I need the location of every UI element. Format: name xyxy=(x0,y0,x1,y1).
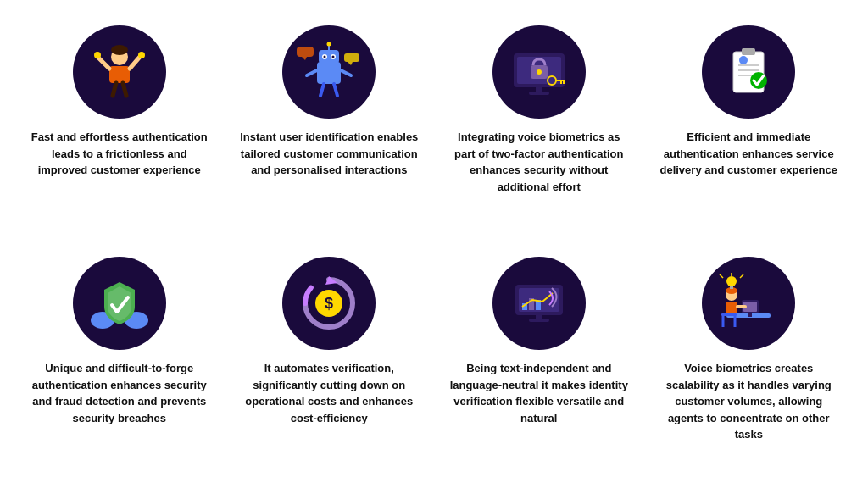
svg-point-1 xyxy=(111,45,128,55)
card-2-text: Instant user identification enables tail… xyxy=(239,129,420,179)
svg-line-22 xyxy=(341,70,351,75)
svg-rect-9 xyxy=(317,62,341,84)
svg-point-41 xyxy=(739,56,748,64)
svg-line-5 xyxy=(113,83,116,96)
svg-point-7 xyxy=(94,52,101,58)
card-5-text: Unique and difficult-to-forge authentica… xyxy=(29,360,210,426)
card-scalability: Voice biometrics creates scalability as … xyxy=(648,248,850,471)
svg-marker-18 xyxy=(302,57,307,60)
svg-rect-19 xyxy=(344,53,359,62)
card-8-text: Voice biometrics creates scalability as … xyxy=(659,360,840,443)
svg-rect-67 xyxy=(730,286,733,289)
card-4-text: Efficient and immediate authentication e… xyxy=(659,129,840,179)
svg-line-23 xyxy=(320,84,324,96)
svg-marker-20 xyxy=(348,62,353,65)
svg-point-28 xyxy=(537,69,542,75)
icon-circle-4 xyxy=(702,25,795,119)
card-3-text: Integrating voice biometrics as part of … xyxy=(448,129,630,195)
svg-point-66 xyxy=(726,276,737,286)
svg-line-6 xyxy=(123,83,126,96)
svg-rect-17 xyxy=(297,47,314,57)
card-voice-biometrics: Integrating voice biometrics as part of … xyxy=(438,17,640,240)
svg-line-70 xyxy=(740,274,743,278)
main-grid: Fast and effortless authentication leads… xyxy=(10,8,858,480)
icon-circle-3 xyxy=(492,25,586,119)
card-text-independent: Being text-independent and language-neut… xyxy=(438,248,640,471)
icon-circle-2 xyxy=(282,25,376,119)
icon-circle-8 xyxy=(702,257,795,350)
svg-line-68 xyxy=(720,274,723,278)
card-6-text: It automates verification, significantly… xyxy=(239,360,420,426)
svg-rect-34 xyxy=(529,92,549,95)
svg-rect-37 xyxy=(742,48,755,55)
svg-point-13 xyxy=(324,56,326,58)
svg-point-14 xyxy=(332,56,335,58)
card-1-text: Fast and effortless authentication leads… xyxy=(29,129,210,179)
card-7-text: Being text-independent and language-neut… xyxy=(448,360,630,426)
svg-rect-63 xyxy=(721,313,737,316)
svg-line-4 xyxy=(130,57,140,69)
icon-circle-7 xyxy=(492,257,586,350)
card-automates: $ It automates verification, significant… xyxy=(229,248,431,471)
svg-rect-10 xyxy=(319,50,339,64)
icon-circle-5 xyxy=(73,257,166,350)
svg-rect-2 xyxy=(109,66,130,83)
svg-line-3 xyxy=(97,57,109,69)
card-unique-auth: Unique and difficult-to-forge authentica… xyxy=(19,248,220,471)
svg-rect-61 xyxy=(726,302,737,313)
svg-text:$: $ xyxy=(325,295,333,312)
svg-line-21 xyxy=(307,70,317,75)
svg-rect-54 xyxy=(529,319,549,322)
card-efficient-auth: Efficient and immediate authentication e… xyxy=(648,17,850,240)
svg-line-24 xyxy=(334,84,337,96)
svg-point-8 xyxy=(138,52,145,58)
svg-rect-58 xyxy=(748,313,752,317)
icon-circle-6: $ xyxy=(282,257,376,350)
icon-circle-1 xyxy=(73,25,166,119)
svg-point-16 xyxy=(327,42,331,47)
card-instant-id: Instant user identification enables tail… xyxy=(229,17,431,240)
card-fast-auth: Fast and effortless authentication leads… xyxy=(19,17,220,240)
